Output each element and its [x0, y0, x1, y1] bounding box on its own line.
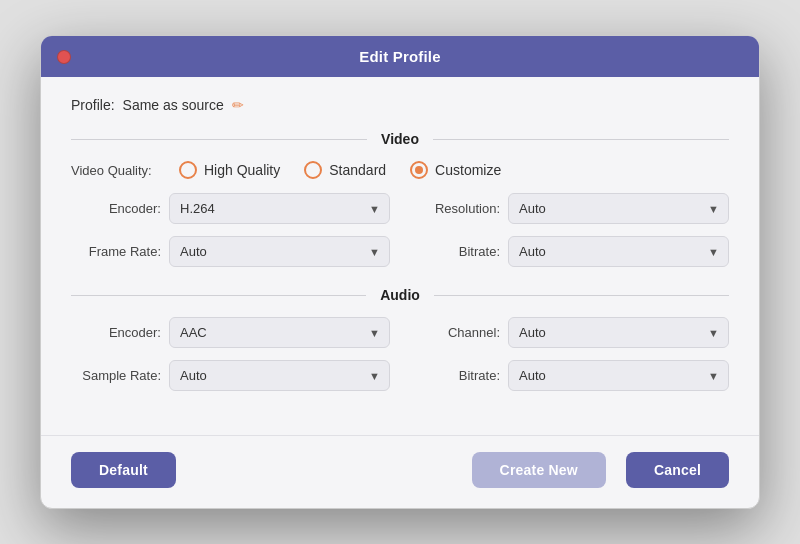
radio-text-high-quality: High Quality [204, 162, 280, 178]
video-resolution-select-wrapper: Auto 1080p 720p ▼ [508, 193, 729, 224]
radio-high-quality[interactable]: High Quality [179, 161, 280, 179]
dialog-footer: Default Create New Cancel [41, 435, 759, 508]
video-section: Video Video Quality: High Quality Standa… [71, 131, 729, 267]
profile-label: Profile: [71, 97, 115, 113]
video-quality-label: Video Quality: [71, 163, 171, 178]
audio-bitrate-row: Bitrate: Auto 128k 192k 320k ▼ [410, 360, 729, 391]
profile-row: Profile: Same as source ✏ [71, 97, 729, 113]
video-encoder-select[interactable]: H.264 H.265 MPEG-4 [169, 193, 390, 224]
video-encoder-label: Encoder: [71, 201, 161, 216]
edit-icon[interactable]: ✏ [232, 97, 244, 113]
edit-profile-dialog: Edit Profile Profile: Same as source ✏ V… [40, 35, 760, 509]
profile-value: Same as source [123, 97, 224, 113]
video-encoder-row: Encoder: H.264 H.265 MPEG-4 ▼ [71, 193, 390, 224]
audio-encoder-select[interactable]: AAC MP3 AC3 [169, 317, 390, 348]
audio-bitrate-select[interactable]: Auto 128k 192k 320k [508, 360, 729, 391]
audio-encoder-row: Encoder: AAC MP3 AC3 ▼ [71, 317, 390, 348]
radio-text-customize: Customize [435, 162, 501, 178]
video-bitrate-label: Bitrate: [410, 244, 500, 259]
audio-encoder-select-wrapper: AAC MP3 AC3 ▼ [169, 317, 390, 348]
cancel-button[interactable]: Cancel [626, 452, 729, 488]
audio-samplerate-label: Sample Rate: [71, 368, 161, 383]
create-new-button[interactable]: Create New [472, 452, 606, 488]
audio-section: Audio Encoder: AAC MP3 AC3 ▼ [71, 287, 729, 391]
video-form-grid: Encoder: H.264 H.265 MPEG-4 ▼ Resolution… [71, 193, 729, 267]
footer-right-buttons: Create New Cancel [472, 452, 729, 488]
video-bitrate-select[interactable]: Auto 5000k 8000k [508, 236, 729, 267]
title-bar: Edit Profile [41, 36, 759, 77]
radio-customize[interactable]: Customize [410, 161, 501, 179]
audio-channel-label: Channel: [410, 325, 500, 340]
video-quality-row: Video Quality: High Quality Standard [71, 161, 729, 179]
audio-channel-select-wrapper: Auto Mono Stereo ▼ [508, 317, 729, 348]
video-divider: Video [71, 131, 729, 147]
dialog-content: Profile: Same as source ✏ Video Video Qu… [41, 77, 759, 435]
video-framerate-select[interactable]: Auto 24 30 60 [169, 236, 390, 267]
radio-text-standard: Standard [329, 162, 386, 178]
audio-section-title: Audio [366, 287, 434, 303]
video-framerate-row: Frame Rate: Auto 24 30 60 ▼ [71, 236, 390, 267]
video-bitrate-row: Bitrate: Auto 5000k 8000k ▼ [410, 236, 729, 267]
video-framerate-label: Frame Rate: [71, 244, 161, 259]
audio-samplerate-select[interactable]: Auto 44100 48000 [169, 360, 390, 391]
radio-circle-standard [304, 161, 322, 179]
video-resolution-label: Resolution: [410, 201, 500, 216]
audio-bitrate-select-wrapper: Auto 128k 192k 320k ▼ [508, 360, 729, 391]
audio-samplerate-select-wrapper: Auto 44100 48000 ▼ [169, 360, 390, 391]
video-encoder-select-wrapper: H.264 H.265 MPEG-4 ▼ [169, 193, 390, 224]
radio-circle-customize [410, 161, 428, 179]
audio-samplerate-row: Sample Rate: Auto 44100 48000 ▼ [71, 360, 390, 391]
audio-divider: Audio [71, 287, 729, 303]
audio-channel-row: Channel: Auto Mono Stereo ▼ [410, 317, 729, 348]
default-button[interactable]: Default [71, 452, 176, 488]
video-resolution-select[interactable]: Auto 1080p 720p [508, 193, 729, 224]
video-resolution-row: Resolution: Auto 1080p 720p ▼ [410, 193, 729, 224]
audio-form-grid: Encoder: AAC MP3 AC3 ▼ Channel: [71, 317, 729, 391]
video-bitrate-select-wrapper: Auto 5000k 8000k ▼ [508, 236, 729, 267]
audio-bitrate-label: Bitrate: [410, 368, 500, 383]
audio-encoder-label: Encoder: [71, 325, 161, 340]
close-button[interactable] [57, 50, 71, 64]
video-section-title: Video [367, 131, 433, 147]
audio-channel-select[interactable]: Auto Mono Stereo [508, 317, 729, 348]
dialog-title: Edit Profile [359, 48, 441, 65]
video-framerate-select-wrapper: Auto 24 30 60 ▼ [169, 236, 390, 267]
radio-circle-high-quality [179, 161, 197, 179]
radio-standard[interactable]: Standard [304, 161, 386, 179]
video-quality-group: High Quality Standard Customize [179, 161, 501, 179]
